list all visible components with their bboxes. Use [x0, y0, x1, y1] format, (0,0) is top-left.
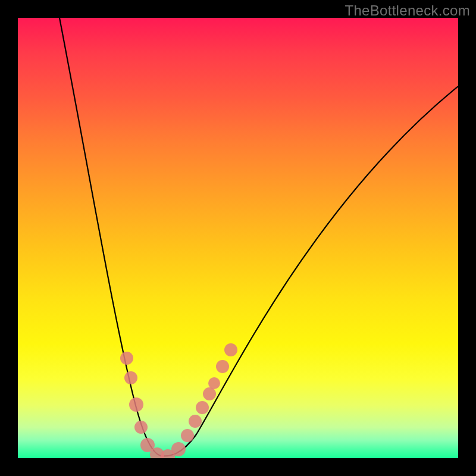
chart-svg: [18, 18, 458, 458]
highlight-dot: [203, 387, 216, 400]
highlight-dot: [196, 401, 209, 414]
highlight-dot: [181, 429, 194, 442]
highlight-dots: [120, 343, 237, 458]
highlight-dot: [120, 352, 133, 365]
highlight-dot: [124, 371, 137, 384]
chart-frame: TheBottleneck.com: [0, 0, 476, 476]
bottleneck-curve: [60, 18, 458, 456]
plot-area: [18, 18, 458, 458]
highlight-dot: [216, 360, 229, 373]
highlight-dot: [189, 415, 202, 428]
highlight-dot: [171, 442, 186, 456]
highlight-dot: [134, 421, 148, 434]
watermark-text: TheBottleneck.com: [345, 2, 470, 19]
highlight-dot: [129, 397, 143, 412]
highlight-dot: [208, 377, 220, 389]
highlight-dot: [224, 343, 237, 356]
